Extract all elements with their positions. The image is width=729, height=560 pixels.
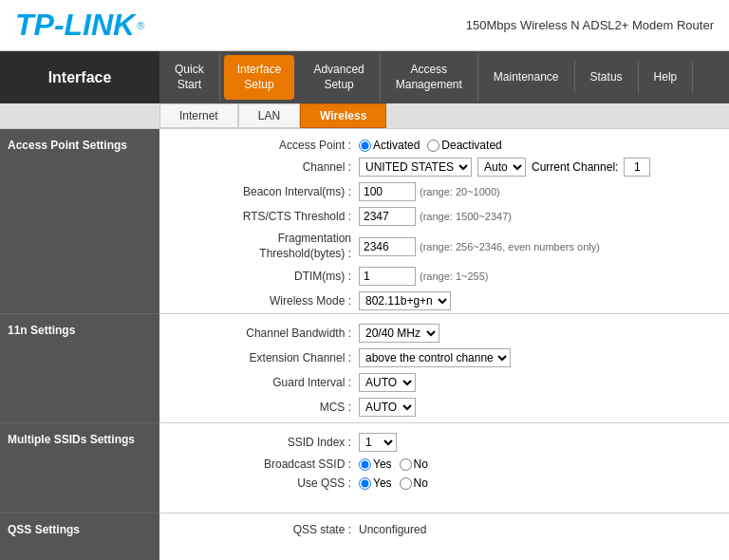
section-11n: Channel Bandwidth : 20/40 MHz Extension … bbox=[159, 314, 729, 423]
wireless-mode-control: 802.11b+g+n bbox=[359, 291, 451, 310]
channel-bandwidth-label: Channel Bandwidth : bbox=[159, 327, 359, 340]
tab-advanced-setup[interactable]: AdvancedSetup bbox=[298, 53, 380, 102]
sub-tab-lan[interactable]: LAN bbox=[238, 103, 300, 128]
broadcast-yes-option[interactable]: Yes bbox=[359, 457, 392, 471]
fragmentation-label: FragmentationThreshold(bytes) : bbox=[159, 232, 359, 261]
qss-state-row: QSS state : Unconfigured bbox=[159, 523, 720, 536]
guard-interval-row: Guard Interval : AUTO bbox=[159, 373, 720, 392]
current-channel-label: Current Channel: bbox=[532, 160, 618, 174]
beacon-interval-input[interactable] bbox=[359, 182, 416, 201]
beacon-interval-range: (range: 20~1000) bbox=[420, 186, 500, 197]
use-qss-yes-label: Yes bbox=[373, 476, 392, 490]
content: Access Point : Activated Deactivated Cha… bbox=[159, 129, 729, 560]
section-multiple-ssids: SSID Index : 1 Broadcast SSID : Yes bbox=[159, 423, 729, 513]
broadcast-no-option[interactable]: No bbox=[400, 457, 428, 471]
broadcast-ssid-row: Broadcast SSID : Yes No bbox=[159, 457, 720, 471]
section-qss: QSS state : Unconfigured bbox=[159, 513, 729, 560]
channel-row: Channel : UNITED STATES Auto Current Cha… bbox=[159, 158, 720, 177]
use-qss-no-radio[interactable] bbox=[400, 477, 412, 490]
qss-state-label: QSS state : bbox=[159, 523, 359, 536]
sidebar: Access Point Settings 11n Settings Multi… bbox=[0, 129, 159, 560]
guard-interval-select[interactable]: AUTO bbox=[359, 373, 416, 392]
use-qss-yes-option[interactable]: Yes bbox=[359, 476, 392, 490]
mcs-label: MCS : bbox=[159, 401, 359, 414]
fragmentation-control: (range: 256~2346, even numbers only) bbox=[359, 237, 600, 256]
header: TP-LINK® 150Mbps Wireless N ADSL2+ Modem… bbox=[0, 0, 729, 51]
guard-interval-control: AUTO bbox=[359, 373, 416, 392]
access-point-radio-group: Activated Deactivated bbox=[359, 139, 502, 152]
sub-nav: Internet LAN Wireless bbox=[0, 103, 729, 129]
use-qss-row: Use QSS : Yes No bbox=[159, 476, 720, 490]
qss-state-value: Unconfigured bbox=[359, 523, 426, 536]
sidebar-section-access-point: Access Point Settings bbox=[0, 129, 159, 314]
use-qss-no-option[interactable]: No bbox=[400, 476, 428, 490]
dtim-label: DTIM(ms) : bbox=[159, 270, 359, 283]
channel-bandwidth-row: Channel Bandwidth : 20/40 MHz bbox=[159, 324, 720, 343]
tab-status[interactable]: Status bbox=[575, 61, 639, 95]
mcs-select[interactable]: AUTO bbox=[359, 398, 416, 417]
ssid-index-row: SSID Index : 1 bbox=[159, 433, 720, 452]
main: Access Point Settings 11n Settings Multi… bbox=[0, 129, 729, 560]
auto-select[interactable]: Auto bbox=[477, 158, 526, 177]
logo-text: TP-LINK bbox=[15, 8, 135, 43]
extension-channel-select[interactable]: above the control channel bbox=[359, 348, 511, 367]
use-qss-yes-radio[interactable] bbox=[359, 477, 371, 490]
use-qss-no-label: No bbox=[414, 476, 428, 490]
guard-interval-label: Guard Interval : bbox=[159, 376, 359, 389]
nav-sidebar-label: Interface bbox=[0, 51, 159, 103]
channel-control: UNITED STATES Auto Current Channel: bbox=[359, 158, 650, 177]
sidebar-section-11n: 11n Settings bbox=[0, 314, 159, 423]
channel-label: Channel : bbox=[159, 160, 359, 174]
extension-channel-control: above the control channel bbox=[359, 348, 511, 367]
mcs-row: MCS : AUTO bbox=[159, 398, 720, 417]
current-channel-input bbox=[624, 158, 650, 177]
use-qss-label: Use QSS : bbox=[159, 476, 359, 490]
tab-maintenance[interactable]: Maintenance bbox=[478, 61, 575, 95]
ssid-index-control: 1 bbox=[359, 433, 397, 452]
broadcast-yes-radio[interactable] bbox=[359, 458, 371, 471]
deactivated-label: Deactivated bbox=[441, 139, 501, 152]
ssid-index-select[interactable]: 1 bbox=[359, 433, 397, 452]
device-name: 150Mbps Wireless N ADSL2+ Modem Router bbox=[466, 18, 714, 32]
dtim-range: (range: 1~255) bbox=[420, 271, 488, 282]
wireless-mode-select[interactable]: 802.11b+g+n bbox=[359, 291, 451, 310]
deactivated-option[interactable]: Deactivated bbox=[427, 139, 501, 152]
extension-channel-row: Extension Channel : above the control ch… bbox=[159, 348, 720, 367]
channel-bandwidth-control: 20/40 MHz bbox=[359, 324, 439, 343]
channel-bandwidth-select[interactable]: 20/40 MHz bbox=[359, 324, 439, 343]
activated-label: Activated bbox=[373, 139, 420, 152]
beacon-interval-label: Beacon Interval(ms) : bbox=[159, 185, 359, 198]
activated-radio[interactable] bbox=[359, 140, 371, 152]
activated-option[interactable]: Activated bbox=[359, 139, 420, 152]
tab-interface-setup[interactable]: InterfaceSetup bbox=[224, 55, 295, 100]
beacon-interval-control: (range: 20~1000) bbox=[359, 182, 500, 201]
rts-range: (range: 1500~2347) bbox=[420, 211, 512, 222]
broadcast-no-radio[interactable] bbox=[400, 458, 412, 471]
sub-tab-wireless[interactable]: Wireless bbox=[300, 103, 386, 128]
beacon-interval-row: Beacon Interval(ms) : (range: 20~1000) bbox=[159, 182, 720, 201]
deactivated-radio[interactable] bbox=[427, 140, 439, 152]
fragmentation-row: FragmentationThreshold(bytes) : (range: … bbox=[159, 232, 720, 261]
sub-tab-internet[interactable]: Internet bbox=[159, 103, 238, 128]
rts-row: RTS/CTS Threshold : (range: 1500~2347) bbox=[159, 207, 720, 226]
dtim-row: DTIM(ms) : (range: 1~255) bbox=[159, 267, 720, 286]
dtim-input[interactable] bbox=[359, 267, 416, 286]
access-point-label: Access Point : bbox=[159, 139, 359, 152]
use-qss-radio-group: Yes No bbox=[359, 476, 428, 490]
rts-input[interactable] bbox=[359, 207, 416, 226]
fragmentation-input[interactable] bbox=[359, 237, 416, 256]
tab-quick-start[interactable]: QuickStart bbox=[159, 53, 220, 102]
broadcast-ssid-radio-group: Yes No bbox=[359, 457, 428, 471]
tab-access-management[interactable]: AccessManagement bbox=[381, 53, 478, 102]
extension-channel-label: Extension Channel : bbox=[159, 351, 359, 364]
access-point-row: Access Point : Activated Deactivated bbox=[159, 139, 720, 152]
channel-select[interactable]: UNITED STATES bbox=[359, 158, 472, 177]
tab-help[interactable]: Help bbox=[639, 61, 694, 95]
nav-tabs: QuickStart InterfaceSetup AdvancedSetup … bbox=[159, 51, 729, 103]
wireless-mode-row: Wireless Mode : 802.11b+g+n bbox=[159, 291, 720, 310]
ssid-index-label: SSID Index : bbox=[159, 436, 359, 449]
rts-label: RTS/CTS Threshold : bbox=[159, 210, 359, 223]
rts-control: (range: 1500~2347) bbox=[359, 207, 512, 226]
section-access-point: Access Point : Activated Deactivated Cha… bbox=[159, 129, 729, 314]
sidebar-section-qss: QSS Settings bbox=[0, 513, 159, 560]
